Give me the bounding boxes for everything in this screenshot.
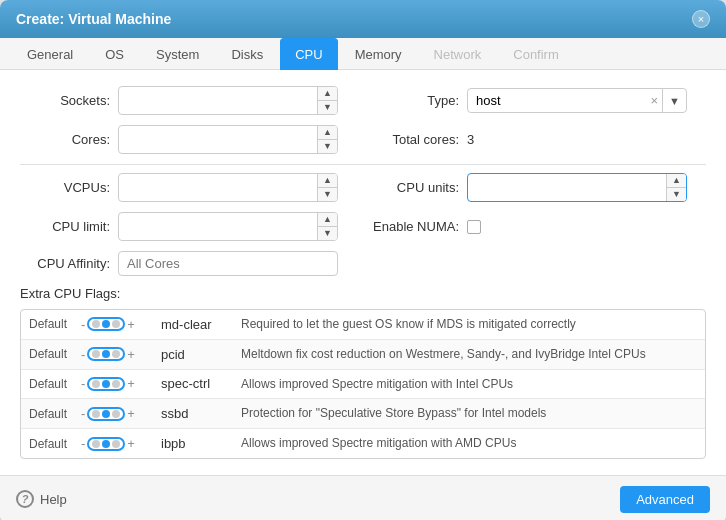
flag-default-3: Default (29, 407, 71, 421)
flag-toggle-3: - + (81, 406, 151, 421)
group-enable-numa: Enable NUMA: (369, 219, 706, 234)
vcpus-down[interactable]: ▼ (318, 188, 337, 201)
flag-toggle-2: - + (81, 376, 151, 391)
flag-name-3: ssbd (161, 406, 231, 421)
cpu-limit-input[interactable]: unlimited (119, 215, 317, 238)
toggle-dot-2-0 (92, 380, 100, 388)
toggle-minus-1[interactable]: - (81, 347, 85, 362)
flag-desc-2: Allows improved Spectre mitigation with … (241, 376, 697, 393)
tab-general[interactable]: General (12, 38, 88, 70)
flag-row-ibpb: Default - + ibpb Allows improved Spectre… (21, 429, 705, 458)
tab-cpu[interactable]: CPU (280, 38, 337, 70)
flag-row-ssbd: Default - + ssbd Protection for "Specula… (21, 399, 705, 429)
toggle-plus-3[interactable]: + (127, 406, 135, 421)
cpu-units-input[interactable]: 1024 (468, 176, 666, 199)
help-button[interactable]: ? Help (16, 490, 67, 508)
flag-default-4: Default (29, 437, 71, 451)
toggle-dot-1-1 (102, 350, 110, 358)
total-cores-label: Total cores: (369, 132, 459, 147)
cpu-limit-down[interactable]: ▼ (318, 227, 337, 240)
row-affinity: CPU Affinity: (20, 251, 706, 276)
toggle-plus-0[interactable]: + (127, 317, 135, 332)
flag-toggle-1: - + (81, 347, 151, 362)
cpu-limit-spinner[interactable]: unlimited ▲ ▼ (118, 212, 338, 241)
type-arrow-icon[interactable]: ▼ (662, 89, 686, 112)
toggle-switch-0[interactable] (87, 317, 125, 331)
sockets-label: Sockets: (20, 93, 110, 108)
type-clear-icon[interactable]: × (647, 93, 663, 108)
toggle-switch-1[interactable] (87, 347, 125, 361)
sockets-input[interactable]: 1 (119, 89, 317, 112)
dialog-title: Create: Virtual Machine (16, 11, 171, 27)
toggle-minus-4[interactable]: - (81, 436, 85, 451)
toggle-dot-2-1 (102, 380, 110, 388)
tab-os[interactable]: OS (90, 38, 139, 70)
toggle-minus-3[interactable]: - (81, 406, 85, 421)
cpu-units-up[interactable]: ▲ (667, 174, 686, 188)
group-sockets: Sockets: 1 ▲ ▼ (20, 86, 357, 115)
group-cpu-limit: CPU limit: unlimited ▲ ▼ (20, 212, 357, 241)
form-content: Sockets: 1 ▲ ▼ Type: host × ▼ (0, 70, 726, 475)
flag-row-pcid: Default - + pcid Meltdown fix cost reduc… (21, 340, 705, 370)
vcpus-up[interactable]: ▲ (318, 174, 337, 188)
toggle-plus-2[interactable]: + (127, 376, 135, 391)
enable-numa-checkbox[interactable] (467, 220, 481, 234)
cpu-affinity-label: CPU Affinity: (20, 256, 110, 271)
cpu-limit-label: CPU limit: (20, 219, 110, 234)
flag-name-4: ibpb (161, 436, 231, 451)
sockets-spinner[interactable]: 1 ▲ ▼ (118, 86, 338, 115)
group-vcpus: VCPUs: 3 ▲ ▼ (20, 173, 357, 202)
type-select[interactable]: host (468, 89, 647, 112)
toggle-switch-4[interactable] (87, 437, 125, 451)
tab-confirm: Confirm (498, 38, 574, 70)
flag-desc-3: Protection for "Speculative Store Bypass… (241, 405, 697, 422)
flag-name-1: pcid (161, 347, 231, 362)
vcpus-label: VCPUs: (20, 180, 110, 195)
toggle-plus-1[interactable]: + (127, 347, 135, 362)
cpu-affinity-input[interactable] (118, 251, 338, 276)
toggle-minus-2[interactable]: - (81, 376, 85, 391)
flag-desc-4: Allows improved Spectre mitigation with … (241, 435, 697, 452)
cpu-units-arrows: ▲ ▼ (666, 174, 686, 201)
vcpus-spinner[interactable]: 3 ▲ ▼ (118, 173, 338, 202)
type-select-wrapper[interactable]: host × ▼ (467, 88, 687, 113)
group-cores: Cores: 3 ▲ ▼ (20, 125, 357, 154)
toggle-plus-4[interactable]: + (127, 436, 135, 451)
extra-flags-label: Extra CPU Flags: (20, 286, 706, 301)
toggle-dot-3-1 (102, 410, 110, 418)
cpu-units-spinner[interactable]: 1024 ▲ ▼ (467, 173, 687, 202)
toggle-dot-4-0 (92, 440, 100, 448)
tab-system[interactable]: System (141, 38, 214, 70)
cores-input[interactable]: 3 (119, 128, 317, 151)
advanced-button[interactable]: Advanced (620, 486, 710, 513)
tab-bar: General OS System Disks CPU Memory Netwo… (0, 38, 726, 70)
sockets-up[interactable]: ▲ (318, 87, 337, 101)
flag-name-2: spec-ctrl (161, 376, 231, 391)
tab-memory[interactable]: Memory (340, 38, 417, 70)
sockets-down[interactable]: ▼ (318, 101, 337, 114)
group-cpu-affinity: CPU Affinity: (20, 251, 357, 276)
sockets-arrows: ▲ ▼ (317, 87, 337, 114)
virtual-machine-dialog: Create: Virtual Machine × General OS Sys… (0, 0, 726, 520)
vcpus-input[interactable]: 3 (119, 176, 317, 199)
toggle-switch-2[interactable] (87, 377, 125, 391)
toggle-dot-0-2 (112, 320, 120, 328)
cpu-units-down[interactable]: ▼ (667, 188, 686, 201)
total-cores-value: 3 (467, 132, 474, 147)
close-button[interactable]: × (692, 10, 710, 28)
tab-disks[interactable]: Disks (216, 38, 278, 70)
toggle-minus-0[interactable]: - (81, 317, 85, 332)
cpu-limit-up[interactable]: ▲ (318, 213, 337, 227)
flag-name-0: md-clear (161, 317, 231, 332)
toggle-switch-3[interactable] (87, 407, 125, 421)
row-limit-numa: CPU limit: unlimited ▲ ▼ Enable NUMA: (20, 212, 706, 241)
cores-up[interactable]: ▲ (318, 126, 337, 140)
cores-label: Cores: (20, 132, 110, 147)
cores-arrows: ▲ ▼ (317, 126, 337, 153)
flag-default-2: Default (29, 377, 71, 391)
dialog-footer: ? Help Advanced (0, 475, 726, 520)
row-cores-total: Cores: 3 ▲ ▼ Total cores: 3 (20, 125, 706, 154)
cores-down[interactable]: ▼ (318, 140, 337, 153)
flag-row-spec-ctrl: Default - + spec-ctrl Allows improved Sp… (21, 370, 705, 400)
cores-spinner[interactable]: 3 ▲ ▼ (118, 125, 338, 154)
